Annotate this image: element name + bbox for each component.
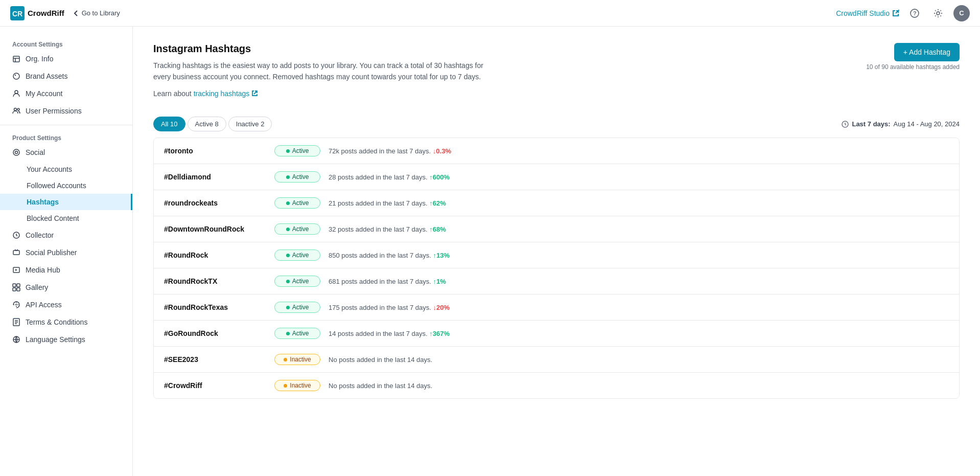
svg-point-12 bbox=[17, 108, 19, 110]
status-label: Active bbox=[292, 278, 309, 285]
clock-icon bbox=[842, 121, 849, 128]
users-icon bbox=[12, 107, 20, 115]
page-header-row: Instagram Hashtags Tracking hashtags is … bbox=[153, 43, 960, 104]
hashtag-stats: No posts added in the last 14 days. bbox=[329, 382, 949, 390]
svg-rect-18 bbox=[13, 284, 16, 287]
available-hashtags-text: 10 of 90 available hashtags added bbox=[866, 63, 960, 71]
sidebar-item-my-account[interactable]: My Account bbox=[0, 85, 132, 102]
sidebar-item-media-hub[interactable]: Media Hub bbox=[0, 261, 132, 279]
building-icon bbox=[12, 55, 20, 63]
svg-rect-5 bbox=[13, 56, 19, 62]
go-to-library-link[interactable]: Go to Library bbox=[73, 9, 120, 17]
sidebar-item-user-permissions[interactable]: User Permissions bbox=[0, 102, 132, 120]
sidebar-divider bbox=[0, 125, 132, 125]
sidebar-item-terms[interactable]: Terms & Conditions bbox=[0, 313, 132, 331]
sidebar-item-social-publisher[interactable]: Social Publisher bbox=[0, 244, 132, 261]
hashtag-name: #roundrockeats bbox=[164, 199, 266, 207]
tracking-hashtags-link[interactable]: tracking hashtags bbox=[194, 88, 259, 99]
sidebar-item-social[interactable]: Social bbox=[0, 144, 132, 161]
status-badge: Active bbox=[274, 302, 320, 313]
svg-rect-21 bbox=[17, 288, 20, 291]
hashtag-stats: 681 posts added in the last 7 days. ↑1% bbox=[329, 278, 949, 285]
svg-point-9 bbox=[15, 75, 16, 76]
sidebar-sub-item-hashtags[interactable]: Hashtags bbox=[0, 194, 132, 210]
help-button[interactable]: ? bbox=[906, 5, 923, 21]
hashtag-change: ↑62% bbox=[429, 199, 446, 207]
sidebar-sub-item-followed-accounts-label: Followed Accounts bbox=[27, 182, 86, 190]
sidebar-sub-item-followed-accounts[interactable]: Followed Accounts bbox=[0, 177, 132, 194]
sidebar-item-brand-assets[interactable]: Brand Assets bbox=[0, 67, 132, 85]
sidebar-item-gallery-label: Gallery bbox=[26, 283, 48, 291]
svg-point-10 bbox=[15, 90, 18, 94]
filter-active-tab[interactable]: Active 8 bbox=[188, 117, 226, 131]
language-icon bbox=[12, 335, 20, 344]
hashtag-change: ↑13% bbox=[433, 252, 450, 259]
add-hashtag-button[interactable]: + Add Hashtag bbox=[894, 43, 960, 61]
hashtag-stats-text: No posts added in the last 14 days. bbox=[329, 356, 432, 364]
sidebar-item-user-permissions-label: User Permissions bbox=[26, 107, 82, 115]
learn-about-line: Learn about tracking hashtags bbox=[153, 88, 501, 99]
hashtag-stats: 14 posts added in the last 7 days. ↑367% bbox=[329, 330, 949, 337]
hashtag-stats: 175 posts added in the last 7 days. ↓20% bbox=[329, 304, 949, 311]
hashtag-stats-text: 681 posts added in the last 7 days. bbox=[329, 278, 431, 285]
hashtag-row: #Delldiamond Active 28 posts added in th… bbox=[154, 164, 959, 190]
status-dot bbox=[286, 149, 290, 153]
status-label: Active bbox=[292, 330, 309, 337]
filter-all-tab[interactable]: All 10 bbox=[153, 117, 185, 131]
crowdriff-logo-icon: CR bbox=[10, 6, 25, 20]
sidebar-item-org-info-label: Org. Info bbox=[26, 55, 53, 63]
sidebar-sub-item-your-accounts-label: Your Accounts bbox=[27, 165, 72, 173]
sidebar-item-language-settings-label: Language Settings bbox=[26, 335, 85, 344]
sidebar-sub-item-blocked-content[interactable]: Blocked Content bbox=[0, 210, 132, 226]
hashtag-stats-text: 175 posts added in the last 7 days. bbox=[329, 304, 431, 311]
status-badge: Active bbox=[274, 328, 320, 339]
svg-point-8 bbox=[13, 73, 19, 79]
status-badge: Active bbox=[274, 250, 320, 261]
topnav-left: CR CrowdRiff Go to Library bbox=[10, 6, 120, 20]
hashtag-row: #SEE2023 Inactive No posts added in the … bbox=[154, 347, 959, 373]
logo-text: CrowdRiff bbox=[28, 9, 64, 17]
date-range-label: Last 7 days: bbox=[852, 120, 890, 128]
hashtag-stats-text: 32 posts added in the last 7 days. bbox=[329, 225, 428, 233]
avatar-button[interactable]: C bbox=[953, 5, 970, 21]
media-icon bbox=[12, 266, 20, 274]
external-link-small-icon bbox=[251, 90, 258, 97]
sidebar-item-api-access[interactable]: API Access bbox=[0, 296, 132, 313]
hashtag-name: #DowntownRoundRock bbox=[164, 225, 266, 233]
topnav: CR CrowdRiff Go to Library CrowdRiff Stu… bbox=[0, 0, 980, 27]
date-range: Last 7 days: Aug 14 - Aug 20, 2024 bbox=[842, 120, 960, 128]
hashtag-table: #toronto Active 72k posts added in the l… bbox=[153, 138, 960, 399]
sidebar-item-terms-label: Terms & Conditions bbox=[26, 318, 87, 326]
sidebar-item-org-info[interactable]: Org. Info bbox=[0, 50, 132, 67]
hashtag-row: #toronto Active 72k posts added in the l… bbox=[154, 138, 959, 164]
status-dot bbox=[284, 358, 287, 361]
hashtag-change: ↑600% bbox=[429, 173, 450, 181]
crowdriff-studio-link[interactable]: CrowdRiff Studio bbox=[836, 9, 899, 17]
status-badge: Active bbox=[274, 171, 320, 183]
hashtag-row: #DowntownRoundRock Active 32 posts added… bbox=[154, 216, 959, 242]
status-label: Active bbox=[292, 304, 309, 311]
status-label: Inactive bbox=[290, 382, 311, 389]
status-dot bbox=[284, 384, 287, 388]
filter-inactive-tab[interactable]: Inactive 2 bbox=[228, 117, 272, 131]
hashtag-stats-text: 850 posts added in the last 7 days. bbox=[329, 252, 431, 259]
learn-prefix: Learn about bbox=[153, 89, 194, 98]
status-dot bbox=[286, 332, 290, 335]
sidebar-item-language-settings[interactable]: Language Settings bbox=[0, 331, 132, 348]
hashtag-stats: 72k posts added in the last 7 days. ↓0.3… bbox=[329, 147, 949, 155]
image-icon bbox=[12, 72, 20, 80]
sidebar-item-gallery[interactable]: Gallery bbox=[0, 279, 132, 296]
hashtag-name: #RoundRockTX bbox=[164, 277, 266, 285]
hashtag-name: #RoundRockTexas bbox=[164, 303, 266, 311]
hashtag-row: #roundrockeats Active 21 posts added in … bbox=[154, 190, 959, 216]
sidebar-item-collector[interactable]: Collector bbox=[0, 226, 132, 244]
layout: Account Settings Org. Info Brand Assets … bbox=[0, 27, 980, 476]
status-label: Active bbox=[292, 147, 309, 154]
sidebar-item-media-hub-label: Media Hub bbox=[26, 266, 60, 274]
sidebar-sub-item-your-accounts[interactable]: Your Accounts bbox=[0, 161, 132, 177]
hashtag-stats: 28 posts added in the last 7 days. ↑600% bbox=[329, 173, 949, 181]
hashtag-change: ↑68% bbox=[429, 225, 446, 233]
hashtag-name: #SEE2023 bbox=[164, 355, 266, 364]
hashtag-change: ↓0.3% bbox=[433, 147, 451, 155]
settings-button[interactable] bbox=[930, 5, 946, 21]
